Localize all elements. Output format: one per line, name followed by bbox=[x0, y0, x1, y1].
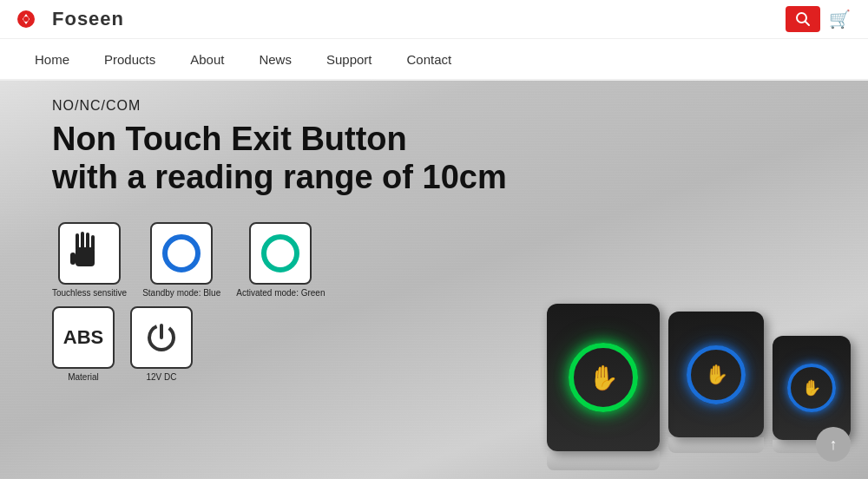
nav-item-contact[interactable]: Contact bbox=[389, 38, 469, 80]
feature-power: 12V DC bbox=[130, 306, 193, 382]
cart-button[interactable]: 🛒 bbox=[829, 9, 851, 30]
feature-activated: Activated mode: Green bbox=[236, 222, 325, 298]
svg-line-3 bbox=[806, 22, 810, 26]
abs-icon-box: ABS bbox=[52, 306, 115, 369]
btn-ring-large: ✋ bbox=[569, 343, 638, 412]
device-base-large bbox=[547, 451, 660, 470]
header-right: 🛒 bbox=[786, 6, 851, 32]
hand-icon bbox=[70, 232, 108, 275]
scroll-up-button[interactable]: ↑ bbox=[816, 427, 851, 462]
device-body-medium: ✋ bbox=[668, 312, 764, 437]
power-icon bbox=[142, 318, 181, 357]
logo-area: Foseen bbox=[17, 7, 124, 31]
logo-text: Foseen bbox=[52, 8, 124, 30]
navbar: Home Products About News Support Contact bbox=[0, 39, 868, 81]
hand-gesture-large: ✋ bbox=[589, 364, 619, 392]
ring-green-icon bbox=[261, 234, 299, 272]
abs-text: ABS bbox=[63, 326, 103, 349]
device-base-medium bbox=[668, 437, 764, 453]
device-large: ✋ bbox=[547, 304, 660, 470]
hero-title: Non Touch Exit Button with a reading ran… bbox=[52, 121, 507, 196]
activated-label: Activated mode: Green bbox=[236, 288, 325, 298]
logo-icon bbox=[17, 7, 45, 31]
features-row2: ABS Material 12V DC bbox=[52, 306, 507, 382]
btn-ring-small: ✋ bbox=[787, 364, 836, 412]
svg-rect-8 bbox=[76, 247, 95, 266]
touchless-icon-box bbox=[58, 222, 121, 285]
btn-ring-medium: ✋ bbox=[687, 345, 746, 404]
power-icon-box bbox=[130, 306, 193, 369]
search-button[interactable] bbox=[786, 6, 820, 32]
device-medium: ✋ bbox=[668, 312, 764, 453]
nav-item-news[interactable]: News bbox=[241, 38, 309, 80]
power-label: 12V DC bbox=[146, 372, 176, 382]
svg-point-1 bbox=[23, 16, 29, 22]
hand-gesture-small: ✋ bbox=[802, 378, 821, 397]
touchless-label: Touchless sensitive bbox=[52, 288, 127, 298]
nav-item-home[interactable]: Home bbox=[17, 38, 87, 80]
hero-content: NO/NC/COM Non Touch Exit Button with a r… bbox=[52, 98, 507, 382]
hand-gesture-medium: ✋ bbox=[705, 364, 728, 386]
feature-standby: Standby mode: Blue bbox=[142, 222, 220, 298]
hero-subtitle: NO/NC/COM bbox=[52, 98, 507, 114]
svg-rect-9 bbox=[70, 253, 76, 265]
device-body-small: ✋ bbox=[773, 336, 851, 440]
feature-touchless: Touchless sensitive bbox=[52, 222, 127, 298]
cart-icon: 🛒 bbox=[829, 10, 851, 29]
hero-banner: NO/NC/COM Non Touch Exit Button with a r… bbox=[0, 81, 868, 479]
standby-icon-box bbox=[150, 222, 213, 285]
features-row1: Touchless sensitive Standby mode: Blue A… bbox=[52, 222, 507, 298]
standby-label: Standby mode: Blue bbox=[142, 288, 220, 298]
header: Foseen 🛒 bbox=[0, 0, 868, 39]
abs-label: Material bbox=[68, 372, 99, 382]
device-body-large: ✋ bbox=[547, 304, 660, 451]
search-icon bbox=[795, 11, 811, 27]
nav-item-about[interactable]: About bbox=[173, 38, 241, 80]
ring-blue-icon bbox=[162, 234, 201, 272]
nav-item-products[interactable]: Products bbox=[87, 38, 173, 80]
feature-abs: ABS Material bbox=[52, 306, 115, 382]
activated-icon-box bbox=[249, 222, 312, 285]
nav-item-support[interactable]: Support bbox=[309, 38, 390, 80]
